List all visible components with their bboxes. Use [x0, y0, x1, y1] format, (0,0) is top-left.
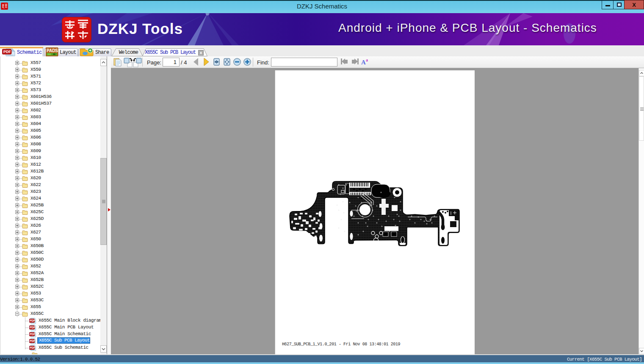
svg-text:A: A: [361, 59, 366, 66]
svg-text:PDF: PDF: [30, 333, 35, 336]
svg-text:PADS: PADS: [47, 48, 58, 53]
svg-text:PDF: PDF: [30, 326, 35, 329]
svg-text:PDF: PDF: [30, 339, 35, 342]
svg-text:a: a: [366, 58, 368, 62]
svg-text:PDF: PDF: [3, 50, 11, 54]
svg-text:PDF: PDF: [30, 319, 35, 322]
svg-text:PDF: PDF: [30, 346, 35, 349]
